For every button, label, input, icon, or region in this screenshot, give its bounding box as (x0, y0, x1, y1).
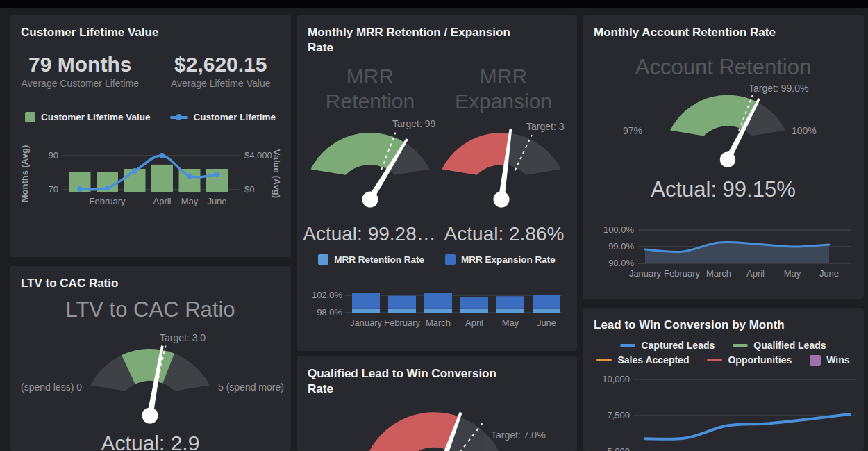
x-axis-label: May (784, 268, 801, 279)
panel-monthly-account-retention: Monthly Account Retention Rate Account R… (583, 15, 864, 299)
panel-title: Lead to Win Conversion by Month (594, 318, 785, 333)
bar-mrr-retention[interactable] (496, 309, 524, 313)
gauge-title-mrr-retention: MRR Retention (302, 64, 438, 114)
x-axis-label: May (181, 196, 199, 206)
mrr-stacked-bar-chart[interactable]: 102.0%98.0%JanuaryFebruaryMarchAprilMayJ… (308, 288, 566, 343)
legend-item-mrr-retention-rate[interactable]: MRR Retention Rate (318, 254, 424, 265)
x-axis-label: May (502, 318, 519, 328)
line-captured-leads (645, 414, 850, 439)
bar-mrr-retention[interactable] (388, 309, 416, 313)
bar-mrr-expansion[interactable] (388, 296, 416, 309)
x-axis-label: March (706, 268, 731, 279)
bar-mrr-expansion[interactable] (352, 293, 380, 309)
legend-label: Opportunities (728, 354, 792, 366)
bar-mrr-retention[interactable] (533, 309, 560, 313)
gauge-min-label: 97% (601, 125, 642, 136)
legend-item-customer-lifetime[interactable]: Customer Lifetime (170, 112, 276, 122)
bar-mrr-expansion[interactable] (424, 293, 452, 309)
bar-mrr-expansion[interactable] (533, 295, 560, 309)
gauge-needle-hub (142, 408, 158, 424)
bar-mrr-retention[interactable] (352, 309, 380, 313)
legend-item-customer-lifetime-value[interactable]: Customer Lifetime Value (25, 112, 151, 122)
gauge-needle-hub (362, 192, 378, 208)
axis-tick-label: 90 (49, 150, 58, 161)
stat-value: $2,620.15 (151, 53, 292, 76)
x-axis-label: February (384, 318, 421, 328)
gauge-title: LTV to CAC Ratio (10, 297, 291, 322)
line-marker-swatch-icon (170, 114, 188, 120)
clv-stats: 79 Months Average Customer Lifetime $2,6… (10, 53, 291, 89)
panel-title: Qualified Lead to Win Conversion Rate (308, 366, 516, 397)
axis-tick-label: 98.0% (608, 258, 634, 268)
legend-item-wins[interactable]: Wins (810, 354, 849, 366)
legend-item-sales-accepted[interactable]: Sales Accepted (596, 354, 689, 366)
axis-tick-label: 10,000 (602, 374, 630, 384)
gauge-max-label: 5 (spend more) (218, 382, 291, 393)
line-marker[interactable] (105, 186, 110, 191)
line-swatch-icon (620, 344, 635, 347)
stat-average-lifetime-value: $2,620.15 Average Lifetime Value (151, 53, 292, 89)
axis-tick-label: $0 (244, 184, 254, 195)
axis-tick-label: 98.0% (317, 307, 342, 318)
axis-tick-label: 99.0% (608, 241, 634, 252)
bar-customer-lifetime-value[interactable] (151, 165, 173, 192)
box-swatch-icon (810, 355, 821, 366)
gauge-value-arc (369, 412, 459, 451)
line-swatch-icon (596, 359, 612, 361)
mrr-legend: MRR Retention Rate MRR Expansion Rate (297, 254, 577, 265)
actual-number[interactable]: 2.9 (171, 432, 200, 451)
axis-tick-label: 5,000 (607, 446, 630, 451)
bar-mrr-expansion[interactable] (496, 296, 524, 309)
panel-customer-lifetime-value: Customer Lifetime Value 79 Months Averag… (10, 15, 291, 257)
dashboard: Customer Lifetime Value 79 Months Averag… (0, 0, 868, 451)
ltv-gauge[interactable] (81, 341, 219, 431)
top-black-bar (0, 0, 868, 8)
actual-value: Actual: 99.15% (583, 177, 864, 202)
account-retention-gauge[interactable] (660, 87, 795, 174)
bar-mrr-retention[interactable] (424, 309, 452, 313)
panel-title: Customer Lifetime Value (21, 25, 158, 40)
stat-value: 79 Months (10, 53, 151, 76)
x-axis-label: June (537, 318, 556, 328)
panel-title: Monthly Account Retention Rate (594, 25, 776, 40)
actual-value: Actual: 99.28… (297, 223, 442, 245)
clv-combo-chart[interactable]: 9070$4,000$0Months (Avg)Value (Avg)Febru… (19, 150, 281, 218)
stat-average-customer-lifetime: 79 Months Average Customer Lifetime (10, 53, 151, 89)
gauge-needle-hub (494, 192, 510, 208)
stat-label: Average Customer Lifetime (10, 78, 151, 89)
target-label: Target: 7.0% (491, 429, 546, 441)
legend-label: MRR Retention Rate (334, 254, 424, 265)
bar-mrr-retention[interactable] (460, 309, 488, 313)
line-marker[interactable] (132, 168, 137, 174)
panel-qualified-lead-to-win: Qualified Lead to Win Conversion Rate Ta… (297, 356, 577, 451)
mrr-expansion-gauge[interactable] (432, 124, 571, 215)
axis-tick-label: 7,500 (607, 410, 630, 420)
panel-ltv-to-cac-ratio: LTV to CAC Ratio LTV to CAC Ratio Target… (10, 266, 291, 451)
qualified-lead-gauge[interactable] (358, 403, 510, 451)
series-swatch-icon (25, 112, 35, 122)
gauge-title: Account Retention (583, 54, 864, 80)
gauge-min-label: (spend less) 0 (10, 382, 82, 393)
mrr-retention-gauge[interactable] (301, 124, 440, 215)
line-marker[interactable] (187, 173, 192, 179)
line-marker[interactable] (215, 172, 220, 177)
panel-lead-to-win-conversion: Lead to Win Conversion by Month Captured… (583, 308, 864, 451)
x-axis-label: March (426, 318, 451, 328)
legend-item-captured-leads[interactable]: Captured Leads (620, 340, 715, 351)
lead-conversion-line-chart[interactable]: 10,0007,5005,000 (594, 374, 859, 451)
legend-item-opportunities[interactable]: Opportunities (707, 354, 792, 366)
gauge-title-mrr-expansion: MRR Expansion (435, 64, 571, 114)
legend-label: Customer Lifetime Value (41, 112, 151, 122)
bar-mrr-expansion[interactable] (460, 297, 488, 309)
legend-item-mrr-expansion-rate[interactable]: MRR Expansion Rate (445, 254, 556, 265)
line-marker[interactable] (77, 186, 83, 192)
legend-item-qualified-leads[interactable]: Qualified Leads (733, 340, 826, 351)
line-marker[interactable] (160, 153, 165, 158)
x-axis-label: February (89, 196, 126, 206)
legend-label: Qualified Leads (753, 340, 826, 351)
x-axis-label: April (465, 318, 483, 328)
actual-prefix: Actual: (101, 432, 171, 451)
gauge-max-label: 100% (792, 125, 817, 136)
account-retention-line-chart[interactable]: 100.0%99.0%98.0%JanuaryFebruaryMarchApri… (594, 224, 855, 282)
axis-tick-label: 100.0% (603, 224, 635, 235)
